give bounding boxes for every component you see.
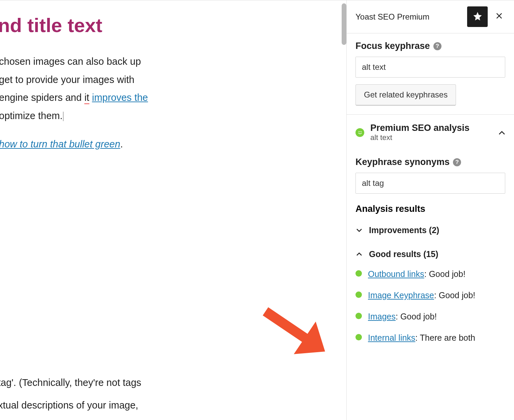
text-cursor: [63, 112, 63, 121]
result-text: : Good job!: [396, 312, 437, 321]
bullet-good-icon: [355, 291, 362, 298]
star-icon: [473, 11, 483, 23]
help-icon[interactable]: ?: [433, 42, 441, 50]
result-text: : Good job!: [434, 290, 475, 300]
bullet-good-icon: [355, 313, 362, 319]
scrollbar-thumb[interactable]: [342, 3, 346, 45]
result-link[interactable]: Internal links: [368, 333, 415, 342]
improvements-label: Improvements (2): [369, 225, 439, 235]
bullet-good-icon: [355, 270, 362, 277]
star-button[interactable]: [467, 6, 488, 27]
keyphrase-synonyms-label: Keyphrase synonyms: [355, 157, 450, 167]
keyphrase-synonyms-input[interactable]: [355, 173, 505, 194]
good-results-label: Good results (15): [369, 249, 438, 259]
focus-keyphrase-section: Focus keyphrase ? Get related keyphrases: [347, 33, 514, 115]
editor-text-line[interactable]: chosen images can also back up: [0, 56, 141, 67]
editor-text-line[interactable]: optimize them.: [0, 110, 63, 121]
editor-text-spellcheck[interactable]: it: [84, 92, 89, 103]
close-button[interactable]: [492, 9, 507, 24]
focus-keyphrase-label: Focus keyphrase: [355, 41, 430, 51]
chevron-down-icon: [355, 227, 363, 233]
premium-analysis-subtitle: alt text: [370, 133, 492, 142]
sidebar-header: Yoast SEO Premium: [347, 0, 514, 33]
result-item: Images: Good job!: [347, 306, 514, 327]
keyphrase-synonyms-section: Keyphrase synonyms ?: [347, 150, 514, 194]
svg-point-0: [359, 131, 360, 132]
result-item: Internal links: There are both: [347, 327, 514, 348]
analysis-results-title: Analysis results: [347, 194, 514, 221]
help-icon[interactable]: ?: [453, 158, 461, 166]
editor-heading[interactable]: nd title text: [0, 14, 346, 36]
editor-link[interactable]: improves the: [92, 92, 148, 103]
chevron-up-icon: [355, 251, 363, 257]
result-link[interactable]: Images: [368, 312, 396, 321]
result-item: Image Keyphrase: Good job!: [347, 285, 514, 306]
editor-text-line[interactable]: xtual descriptions of your image,: [0, 396, 138, 415]
get-related-keyphrases-button[interactable]: Get related keyphrases: [355, 84, 456, 106]
result-text: : There are both: [415, 333, 475, 342]
editor-text-line[interactable]: get to provide your images with: [0, 74, 134, 85]
sidebar-title: Yoast SEO Premium: [355, 12, 463, 22]
improvements-toggle[interactable]: Improvements (2): [347, 221, 514, 240]
editor-text: .: [120, 139, 123, 149]
editor-content[interactable]: nd title text chosen images can also bac…: [0, 0, 346, 420]
close-icon: [495, 11, 503, 22]
premium-analysis-title: Premium SEO analysis: [370, 123, 492, 133]
editor-text-line[interactable]: engine spiders and: [0, 92, 84, 103]
result-link[interactable]: Outbound links: [368, 269, 424, 279]
focus-keyphrase-input[interactable]: [355, 57, 505, 78]
premium-seo-analysis-toggle[interactable]: Premium SEO analysis alt text: [347, 115, 514, 150]
svg-point-1: [360, 131, 361, 132]
result-item: Outbound links: Good job!: [347, 263, 514, 285]
result-text: : Good job!: [424, 269, 465, 279]
editor-text-line[interactable]: tag'. (Technically, they're not tags: [0, 374, 141, 392]
editor-link[interactable]: how to turn that bullet green: [0, 139, 120, 149]
yoast-sidebar: Yoast SEO Premium Focus keyphrase ? Get …: [346, 0, 514, 420]
good-results-toggle[interactable]: Good results (15): [347, 245, 514, 263]
chevron-up-icon: [498, 128, 505, 137]
result-link[interactable]: Image Keyphrase: [368, 290, 434, 300]
bullet-good-icon: [355, 334, 362, 340]
smiley-icon: [355, 128, 364, 137]
scrollbar-track[interactable]: [342, 3, 346, 420]
